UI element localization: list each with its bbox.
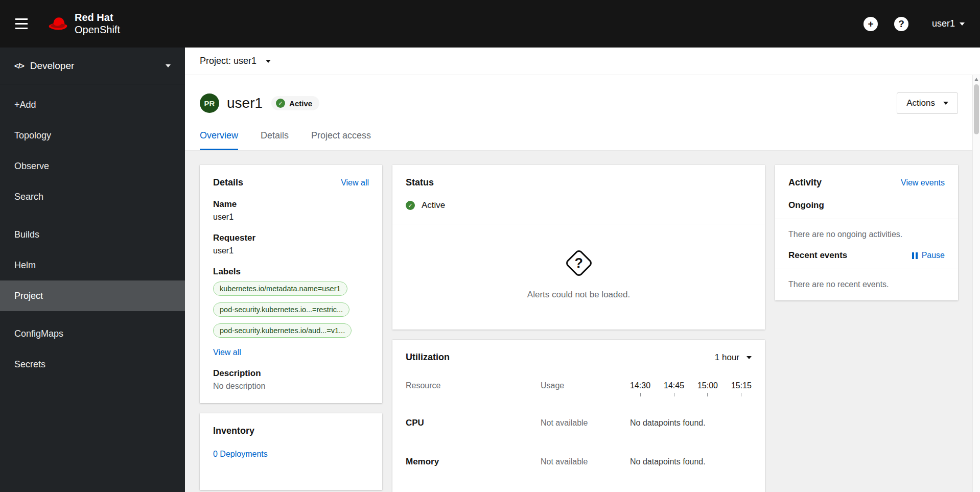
sidebar-item-builds[interactable]: Builds	[0, 219, 185, 250]
utilization-card: Utilization 1 hour Resource Usage 14:30 …	[392, 340, 765, 492]
labels-label: Labels	[213, 267, 369, 277]
details-view-all-link[interactable]: View all	[341, 178, 369, 188]
tab-bar: Overview Details Project access	[200, 130, 958, 150]
time-tick-label: 14:30	[630, 381, 650, 390]
description-value: No description	[213, 382, 369, 391]
requester-value: user1	[213, 246, 369, 255]
label-pill[interactable]: kubernetes.io/metadata.name=user1	[213, 282, 347, 296]
code-icon: </>	[14, 61, 24, 70]
scrollbar-thumb[interactable]	[974, 84, 979, 134]
masthead: Red Hat OpenShift + ? user1	[0, 0, 980, 48]
red-hat-logo-icon	[47, 16, 68, 32]
chevron-down-icon	[166, 64, 171, 67]
ongoing-label: Ongoing	[788, 200, 945, 219]
perspective-switcher[interactable]: </> Developer	[0, 48, 185, 84]
col-usage: Usage	[541, 381, 630, 396]
duration-dropdown[interactable]: 1 hour	[715, 353, 752, 363]
question-diamond-icon: ?	[564, 249, 593, 278]
chevron-down-icon	[746, 356, 752, 359]
tab-project-access[interactable]: Project access	[311, 130, 371, 150]
quick-create-button[interactable]: +	[864, 17, 878, 31]
plus-circle-icon: +	[868, 19, 873, 29]
sidebar-item-secrets[interactable]: Secrets	[0, 349, 185, 380]
ongoing-empty-message: There are no ongoing activities.	[775, 219, 958, 250]
axis-tick	[640, 393, 641, 396]
resource-datapoints: No datapoints found.	[630, 418, 752, 428]
chevron-down-icon	[960, 22, 965, 26]
left-column: Details View all Name user1 Requester us…	[200, 165, 382, 490]
details-card: Details View all Name user1 Requester us…	[200, 165, 382, 403]
check-circle-icon: ✓	[406, 201, 415, 210]
resource-usage: Not available	[541, 457, 630, 466]
actions-dropdown[interactable]: Actions	[897, 92, 958, 114]
view-events-link[interactable]: View events	[901, 178, 945, 188]
inventory-card-title: Inventory	[213, 426, 369, 436]
scroll-area: PR user1 ✓ Active Actions Overview Detai…	[185, 75, 980, 492]
perspective-label: Developer	[30, 60, 75, 72]
check-circle-icon: ✓	[276, 99, 285, 108]
axis-tick	[741, 393, 741, 396]
details-card-title: Details	[213, 177, 243, 188]
status-active-label: Active	[422, 200, 445, 210]
axis-tick	[674, 393, 674, 396]
tab-overview[interactable]: Overview	[200, 130, 238, 150]
brand-logo[interactable]: Red Hat OpenShift	[47, 12, 120, 36]
brand-line-1: Red Hat	[75, 12, 120, 24]
status-badge-label: Active	[289, 99, 312, 108]
sidebar-item-add[interactable]: +Add	[0, 89, 185, 120]
label-pill[interactable]: pod-security.kubernetes.io...=restric...	[213, 302, 349, 317]
name-label: Name	[213, 199, 369, 209]
help-button[interactable]: ?	[894, 17, 908, 31]
label-pill[interactable]: pod-security.kubernetes.io/aud...=v1...	[213, 323, 352, 338]
duration-label: 1 hour	[715, 353, 739, 363]
scrollbar[interactable]	[972, 75, 980, 492]
hamburger-icon	[15, 18, 28, 20]
main-content: Project: user1 PR user1 ✓ Active Actions…	[185, 48, 980, 492]
sidebar-nav-list: +Add Topology Observe Search Builds Helm…	[0, 84, 185, 380]
sidebar-item-helm[interactable]: Helm	[0, 250, 185, 280]
project-selector[interactable]: Project: user1	[185, 48, 980, 75]
pause-button[interactable]: Pause	[912, 251, 945, 260]
user-menu-label: user1	[932, 18, 955, 29]
tab-details[interactable]: Details	[261, 130, 289, 150]
utilization-header-row: Resource Usage 14:30 14:45 15:00 15:15	[406, 381, 752, 396]
actions-label: Actions	[906, 98, 935, 108]
brand-line-2: OpenShift	[75, 24, 120, 36]
sidebar-item-observe[interactable]: Observe	[0, 151, 185, 181]
sidebar-item-configmaps[interactable]: ConfigMaps	[0, 318, 185, 349]
sidebar-item-topology[interactable]: Topology	[0, 120, 185, 151]
time-tick-label: 14:45	[664, 381, 684, 390]
pause-label: Pause	[922, 251, 945, 260]
utilization-row-cpu: CPU Not available No datapoints found.	[406, 418, 752, 428]
labels-view-all-link[interactable]: View all	[213, 348, 241, 357]
labels-group: kubernetes.io/metadata.name=user1 pod-se…	[213, 277, 369, 340]
requester-label: Requester	[213, 233, 369, 243]
sidebar-nav: </> Developer +Add Topology Observe Sear…	[0, 48, 185, 492]
project-selector-label: Project: user1	[200, 56, 256, 66]
menu-toggle-button[interactable]	[10, 12, 34, 36]
resource-usage: Not available	[541, 418, 630, 428]
status-active-row: ✓ Active	[406, 200, 752, 210]
col-resource: Resource	[406, 381, 541, 396]
sidebar-item-search[interactable]: Search	[0, 181, 185, 212]
recent-empty-message: There are no recent events.	[775, 269, 958, 300]
overview-dashboard: Details View all Name user1 Requester us…	[185, 151, 980, 492]
activity-card-title: Activity	[788, 177, 822, 188]
name-value: user1	[213, 213, 369, 222]
page-header: PR user1 ✓ Active Actions Overview Detai…	[185, 75, 980, 151]
time-tick-label: 15:00	[697, 381, 718, 390]
brand-text: Red Hat OpenShift	[75, 12, 120, 36]
right-column: Activity View events Ongoing There are n…	[775, 165, 958, 300]
sidebar-item-project[interactable]: Project	[0, 280, 185, 311]
alerts-message: Alerts could not be loaded.	[527, 290, 630, 300]
scrollbar-up-button[interactable]	[974, 78, 978, 81]
status-card: Status ✓ Active ? Alerts could not be lo…	[392, 165, 765, 330]
recent-events-label: Recent events	[788, 250, 847, 261]
deployments-link[interactable]: 0 Deployments	[213, 450, 268, 459]
recent-events-row: Recent events Pause	[775, 250, 958, 269]
user-menu[interactable]: user1	[932, 18, 965, 29]
status-card-title: Status	[406, 177, 752, 188]
status-badge: ✓ Active	[271, 96, 319, 110]
middle-column: Status ✓ Active ? Alerts could not be lo…	[392, 165, 765, 492]
project-initials-badge: PR	[200, 93, 219, 113]
